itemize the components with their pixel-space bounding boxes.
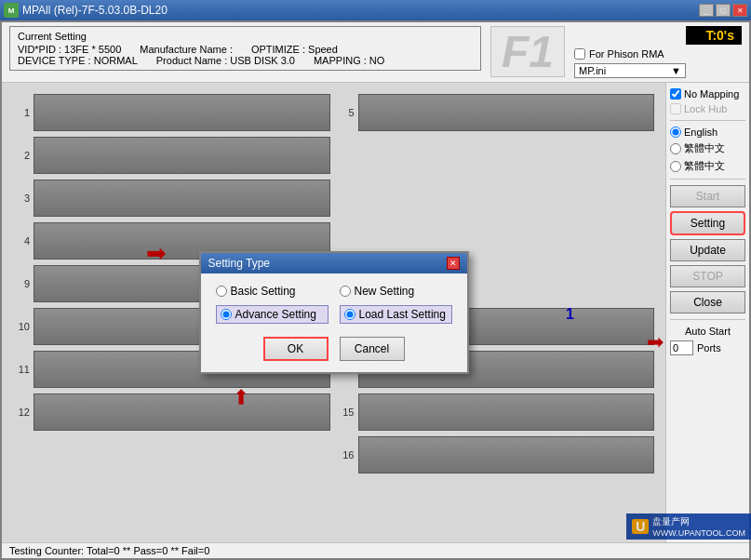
window-title: MPAll (Rel)-7F-5.03.0B-DL20 bbox=[22, 4, 168, 17]
cancel-button[interactable]: Cancel bbox=[340, 337, 405, 361]
ports-input[interactable] bbox=[670, 340, 693, 355]
advance-setting-option[interactable]: Advance Setting bbox=[216, 305, 329, 324]
watermark-url: WWW.UPANTOOL.COM bbox=[652, 528, 745, 538]
simp-chinese-radio[interactable] bbox=[670, 143, 681, 154]
no-mapping-label: No Mapping bbox=[684, 88, 739, 100]
no-mapping-row: No Mapping bbox=[670, 88, 745, 100]
simp-chinese-label: 繁體中文 bbox=[684, 141, 725, 155]
status-text: Testing Counter: Total=0 ** Pass=0 ** Fa… bbox=[9, 545, 209, 556]
ini-dropdown[interactable]: MP.ini ▼ bbox=[574, 63, 686, 78]
title-bar: M MPAll (Rel)-7F-5.03.0B-DL20 _ □ ✕ bbox=[0, 0, 751, 20]
basic-setting-radio[interactable] bbox=[216, 286, 227, 297]
ports-label: Ports bbox=[697, 342, 721, 353]
status-bar: Testing Counter: Total=0 ** Pass=0 ** Fa… bbox=[2, 542, 749, 558]
f1-badge: F1 bbox=[490, 26, 565, 77]
trad-chinese-row: 繁體中文 bbox=[670, 159, 745, 173]
content-area: 1 2 3 4 bbox=[2, 83, 749, 542]
timer-display: T:0's bbox=[686, 26, 742, 45]
ports-row: Ports bbox=[670, 340, 745, 355]
trad-chinese-label: 繁體中文 bbox=[684, 159, 725, 173]
load-last-setting-option[interactable]: Load Last Setting bbox=[340, 305, 452, 324]
modal-overlay: Setting Type ✕ Basic Setting New Setting bbox=[2, 83, 665, 542]
app-icon: M bbox=[4, 3, 19, 18]
watermark-cn: 盘量产网 bbox=[652, 515, 745, 528]
for-phison-checkbox[interactable] bbox=[574, 48, 585, 60]
no-mapping-checkbox[interactable] bbox=[670, 88, 681, 100]
right-sidebar: No Mapping Lock Hub English 繁體中文 繁體中文 St… bbox=[665, 83, 749, 542]
setting-button[interactable]: Setting bbox=[670, 211, 745, 235]
basic-setting-option[interactable]: Basic Setting bbox=[216, 285, 329, 298]
dialog-options: Basic Setting New Setting Advance Settin… bbox=[216, 285, 452, 324]
product-name: Product Name : USB DISK 3.0 bbox=[156, 55, 295, 66]
advance-setting-label: Advance Setting bbox=[235, 308, 316, 321]
main-window: Current Setting VID*PID : 13FE * 5500 Ma… bbox=[0, 20, 751, 560]
dialog-title: Setting Type bbox=[208, 257, 271, 270]
lock-hub-row: Lock Hub bbox=[670, 103, 745, 114]
simp-chinese-row: 繁體中文 bbox=[670, 141, 745, 155]
advance-setting-radio[interactable] bbox=[221, 309, 232, 320]
start-button[interactable]: Start bbox=[670, 185, 745, 207]
left-content: 1 2 3 4 bbox=[2, 83, 665, 542]
manufacture-name: Manufacture Name : bbox=[140, 44, 233, 55]
auto-start-label: Auto Start bbox=[670, 326, 745, 337]
new-setting-label: New Setting bbox=[355, 285, 415, 298]
top-right-panel: T:0's For Phison RMA MP.ini ▼ bbox=[574, 26, 742, 78]
vid-pid: VID*PID : 13FE * 5500 bbox=[18, 44, 121, 55]
stop-button[interactable]: STOP bbox=[670, 265, 745, 287]
lock-hub-label: Lock Hub bbox=[684, 103, 727, 114]
lock-hub-checkbox[interactable] bbox=[670, 103, 681, 114]
setting-type-dialog: Setting Type ✕ Basic Setting New Setting bbox=[199, 251, 469, 374]
top-panel: Current Setting VID*PID : 13FE * 5500 Ma… bbox=[2, 22, 749, 83]
english-radio[interactable] bbox=[670, 127, 681, 138]
load-last-setting-radio[interactable] bbox=[344, 309, 355, 320]
dialog-buttons: OK Cancel bbox=[216, 337, 452, 361]
ok-button[interactable]: OK bbox=[263, 337, 329, 361]
new-setting-option[interactable]: New Setting bbox=[340, 285, 452, 298]
close-main-button[interactable]: Close bbox=[670, 291, 745, 313]
mapping: MAPPING : NO bbox=[314, 55, 384, 66]
dialog-title-bar: Setting Type ✕ bbox=[201, 253, 467, 273]
load-last-setting-label: Load Last Setting bbox=[359, 308, 446, 321]
dialog-body: Basic Setting New Setting Advance Settin… bbox=[201, 273, 467, 372]
optimize: OPTIMIZE : Speed bbox=[251, 44, 338, 55]
english-row: English bbox=[670, 127, 745, 138]
current-setting-box: Current Setting VID*PID : 13FE * 5500 Ma… bbox=[9, 26, 481, 71]
for-phison-label: For Phison RMA bbox=[589, 48, 664, 60]
minimize-button[interactable]: _ bbox=[699, 4, 714, 17]
maximize-button[interactable]: □ bbox=[716, 4, 731, 17]
device-type: DEVICE TYPE : NORMAL bbox=[18, 55, 138, 66]
current-setting-label: Current Setting bbox=[18, 31, 473, 42]
update-button[interactable]: Update bbox=[670, 239, 745, 261]
english-label: English bbox=[684, 127, 717, 138]
new-setting-radio[interactable] bbox=[340, 286, 351, 297]
basic-setting-label: Basic Setting bbox=[231, 285, 296, 298]
close-button[interactable]: ✕ bbox=[732, 4, 747, 17]
dialog-close-button[interactable]: ✕ bbox=[447, 257, 460, 270]
trad-chinese-radio[interactable] bbox=[670, 161, 681, 172]
